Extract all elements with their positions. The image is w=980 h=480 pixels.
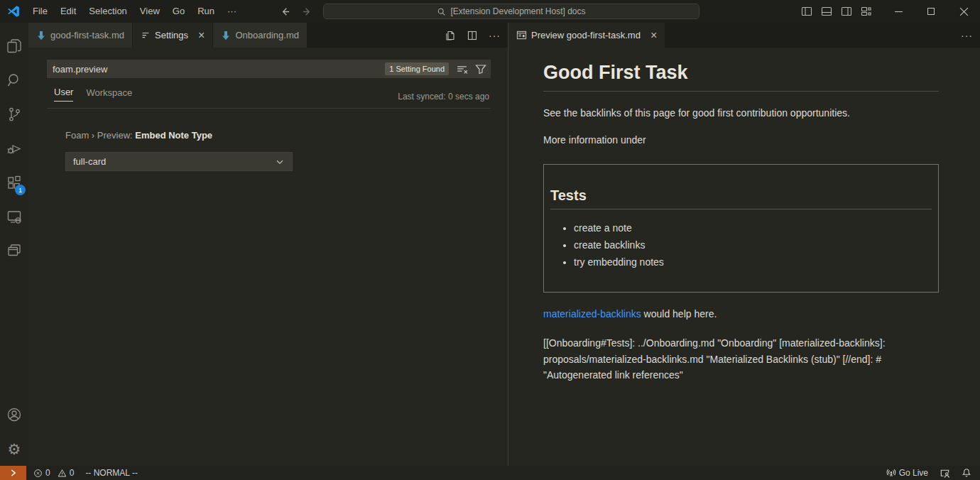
left-tabbar: good-first-task.md Settings × Onboarding… [28,23,508,48]
tab-label: Onboarding.md [235,30,299,40]
selected-value: full-card [73,156,106,167]
nav-forward-icon[interactable] [302,6,312,17]
more-actions-icon[interactable]: ··· [489,30,501,41]
accounts-icon[interactable] [0,398,28,432]
status-bar: 0 0 -- NORMAL -- Go Live [0,466,980,480]
more-actions-icon[interactable]: ··· [961,30,973,41]
scope-tab-user[interactable]: User [54,87,73,102]
tab-close-icon[interactable]: × [650,30,657,41]
search-icon [437,7,446,16]
menu-go[interactable]: Go [166,4,191,19]
live-share-button[interactable] [940,468,950,479]
maximize-button[interactable] [915,0,947,23]
menu-selection[interactable]: Selection [82,4,133,19]
settings-editor-icon [141,31,151,40]
close-window-button[interactable] [947,0,980,23]
tab-label: Settings [155,30,188,40]
setting-embed-note-type: Foam › Preview: Embed Note Type full-car… [65,130,491,171]
source-control-icon[interactable] [0,97,28,131]
remote-explorer-icon[interactable] [0,200,28,234]
extensions-badge: 1 [15,185,26,195]
warning-icon [58,469,67,478]
clear-filters-icon[interactable] [456,63,468,75]
go-live-button[interactable]: Go Live [886,468,928,478]
settings-result-count: 1 Setting Found [385,62,449,75]
markdown-file-icon [221,31,231,40]
preview-title: Good First Task [543,62,939,92]
activity-bar: 1 ⚙ [0,23,28,466]
menu-file[interactable]: File [26,4,54,19]
open-preview-icon [516,30,527,40]
list-item: create a note [574,222,932,234]
chevron-down-icon [275,157,285,167]
bell-icon [962,468,971,478]
nav-back-icon[interactable] [280,6,290,17]
menu-view[interactable]: View [134,4,166,19]
tab-onboarding[interactable]: Onboarding.md [213,23,307,48]
run-debug-icon[interactable] [0,131,28,165]
embed-note-type-select[interactable]: full-card [65,152,293,171]
tab-label: good-first-task.md [50,30,124,40]
tab-settings[interactable]: Settings × [133,23,213,48]
settings-search-box[interactable]: 1 Setting Found [47,60,491,78]
minimize-button[interactable] [882,0,915,23]
markdown-preview: Good First Task See the backlinks of thi… [508,48,980,466]
error-icon [33,469,43,478]
menu-more[interactable]: ··· [221,4,243,19]
scope-tab-workspace[interactable]: Workspace [86,87,132,102]
open-changes-icon[interactable] [445,30,456,41]
preview-paragraph: More information under [543,134,939,146]
vscode-logo-icon [6,4,21,18]
titlebar: File Edit Selection View Go Run ··· [Ext… [0,0,980,23]
setting-category: Foam › Preview: [65,130,135,141]
setting-name: Embed Note Type [135,130,212,141]
vscode-window: File Edit Selection View Go Run ··· [Ext… [0,0,980,480]
menu-edit[interactable]: Edit [54,4,82,19]
explorer-icon[interactable] [0,29,28,63]
vim-mode-indicator[interactable]: -- NORMAL -- [85,468,138,478]
tab-close-icon[interactable]: × [198,30,205,41]
setting-title: Foam › Preview: Embed Note Type [65,130,491,141]
last-synced-label: Last synced: 0 secs ago [398,92,489,102]
toggle-secondary-sidebar-icon[interactable] [841,6,852,17]
editor-group-right: Preview good-first-task.md × ··· Good Fi… [508,23,980,466]
search-view-icon[interactable] [0,63,28,97]
broadcast-icon [886,468,896,478]
link-suffix: would help here. [641,308,717,320]
settings-search-input[interactable] [53,64,385,75]
split-editor-icon[interactable] [467,30,478,41]
problems-warnings[interactable]: 0 [58,468,75,478]
tab-good-first-task[interactable]: good-first-task.md [28,23,133,48]
list-item: try embedding notes [574,256,932,268]
remote-icon [9,468,18,478]
filter-settings-icon[interactable] [475,63,486,75]
editor-group-left: good-first-task.md Settings × Onboarding… [28,23,508,466]
embed-card-title: Tests [550,187,932,209]
remote-indicator[interactable] [0,466,26,480]
right-tabbar: Preview good-first-task.md × ··· [508,23,980,48]
windows-view-icon[interactable] [0,234,28,268]
command-center-label: [Extension Development Host] docs [450,6,585,16]
tab-preview[interactable]: Preview good-first-task.md × [508,23,665,48]
list-item: create backlinks [574,239,932,251]
command-center[interactable]: [Extension Development Host] docs [323,4,699,19]
customize-layout-icon[interactable] [861,6,872,17]
settings-scope-tabs: User Workspace Last synced: 0 secs ago [47,87,491,109]
toggle-sidebar-icon[interactable] [801,6,812,17]
settings-editor: 1 Setting Found User Workspace Last sync… [28,48,508,466]
tab-label: Preview good-first-task.md [531,30,641,40]
preview-paragraph: See the backlinks of this page for good … [543,107,939,119]
embed-card-list: create a note create backlinks try embed… [550,222,932,268]
problems-errors[interactable]: 0 [33,468,50,478]
toggle-panel-icon[interactable] [821,6,832,17]
manage-gear-icon[interactable]: ⚙ [0,432,28,466]
menu-run[interactable]: Run [191,4,221,19]
backlink-line: materialized-backlinks would help here. [543,308,939,320]
notifications-bell-button[interactable] [962,468,971,478]
person-screen-icon [940,468,950,479]
materialized-backlinks-link[interactable]: materialized-backlinks [543,308,641,320]
extensions-icon[interactable]: 1 [0,165,28,200]
embedded-note-card: Tests create a note create backlinks try… [543,164,939,293]
markdown-file-icon [36,31,46,40]
link-references-text: [[Onboarding#Tests]: ../Onboarding.md "O… [543,335,939,383]
